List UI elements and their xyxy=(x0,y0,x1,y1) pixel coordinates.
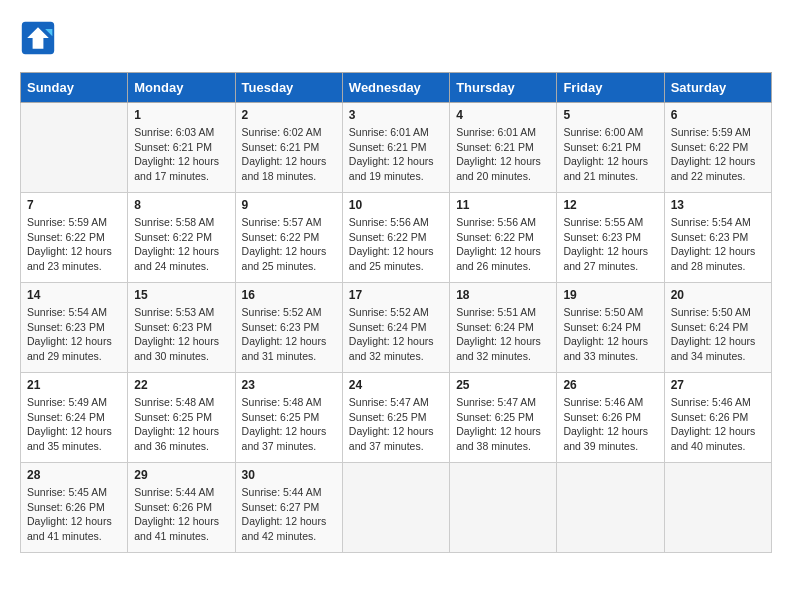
calendar-cell: 24Sunrise: 5:47 AM Sunset: 6:25 PM Dayli… xyxy=(342,373,449,463)
weekday-header-monday: Monday xyxy=(128,73,235,103)
day-info: Sunrise: 5:49 AM Sunset: 6:24 PM Dayligh… xyxy=(27,395,121,454)
day-number: 9 xyxy=(242,198,336,212)
calendar-cell: 7Sunrise: 5:59 AM Sunset: 6:22 PM Daylig… xyxy=(21,193,128,283)
day-number: 23 xyxy=(242,378,336,392)
calendar-cell xyxy=(450,463,557,553)
day-info: Sunrise: 6:01 AM Sunset: 6:21 PM Dayligh… xyxy=(349,125,443,184)
day-info: Sunrise: 5:46 AM Sunset: 6:26 PM Dayligh… xyxy=(671,395,765,454)
day-info: Sunrise: 5:50 AM Sunset: 6:24 PM Dayligh… xyxy=(563,305,657,364)
day-number: 22 xyxy=(134,378,228,392)
day-info: Sunrise: 5:56 AM Sunset: 6:22 PM Dayligh… xyxy=(456,215,550,274)
day-number: 16 xyxy=(242,288,336,302)
day-number: 6 xyxy=(671,108,765,122)
calendar-cell: 30Sunrise: 5:44 AM Sunset: 6:27 PM Dayli… xyxy=(235,463,342,553)
calendar-cell xyxy=(21,103,128,193)
calendar-cell: 10Sunrise: 5:56 AM Sunset: 6:22 PM Dayli… xyxy=(342,193,449,283)
weekday-header-thursday: Thursday xyxy=(450,73,557,103)
day-number: 2 xyxy=(242,108,336,122)
day-number: 1 xyxy=(134,108,228,122)
calendar-cell: 3Sunrise: 6:01 AM Sunset: 6:21 PM Daylig… xyxy=(342,103,449,193)
day-info: Sunrise: 5:57 AM Sunset: 6:22 PM Dayligh… xyxy=(242,215,336,274)
calendar-cell: 18Sunrise: 5:51 AM Sunset: 6:24 PM Dayli… xyxy=(450,283,557,373)
day-info: Sunrise: 5:51 AM Sunset: 6:24 PM Dayligh… xyxy=(456,305,550,364)
day-number: 13 xyxy=(671,198,765,212)
day-number: 7 xyxy=(27,198,121,212)
day-number: 5 xyxy=(563,108,657,122)
day-number: 11 xyxy=(456,198,550,212)
day-info: Sunrise: 5:59 AM Sunset: 6:22 PM Dayligh… xyxy=(671,125,765,184)
calendar-cell xyxy=(557,463,664,553)
day-number: 24 xyxy=(349,378,443,392)
calendar-cell: 15Sunrise: 5:53 AM Sunset: 6:23 PM Dayli… xyxy=(128,283,235,373)
day-number: 12 xyxy=(563,198,657,212)
day-info: Sunrise: 5:55 AM Sunset: 6:23 PM Dayligh… xyxy=(563,215,657,274)
day-info: Sunrise: 5:59 AM Sunset: 6:22 PM Dayligh… xyxy=(27,215,121,274)
day-info: Sunrise: 5:52 AM Sunset: 6:24 PM Dayligh… xyxy=(349,305,443,364)
logo-icon xyxy=(20,20,56,56)
weekday-header-saturday: Saturday xyxy=(664,73,771,103)
calendar-cell: 9Sunrise: 5:57 AM Sunset: 6:22 PM Daylig… xyxy=(235,193,342,283)
calendar-table: SundayMondayTuesdayWednesdayThursdayFrid… xyxy=(20,72,772,553)
calendar-cell: 20Sunrise: 5:50 AM Sunset: 6:24 PM Dayli… xyxy=(664,283,771,373)
day-info: Sunrise: 5:54 AM Sunset: 6:23 PM Dayligh… xyxy=(671,215,765,274)
page-header xyxy=(20,20,772,56)
day-info: Sunrise: 6:01 AM Sunset: 6:21 PM Dayligh… xyxy=(456,125,550,184)
week-row-1: 1Sunrise: 6:03 AM Sunset: 6:21 PM Daylig… xyxy=(21,103,772,193)
logo xyxy=(20,20,60,56)
day-number: 30 xyxy=(242,468,336,482)
day-info: Sunrise: 5:48 AM Sunset: 6:25 PM Dayligh… xyxy=(134,395,228,454)
calendar-cell: 16Sunrise: 5:52 AM Sunset: 6:23 PM Dayli… xyxy=(235,283,342,373)
day-number: 15 xyxy=(134,288,228,302)
day-number: 19 xyxy=(563,288,657,302)
day-number: 4 xyxy=(456,108,550,122)
weekday-header-tuesday: Tuesday xyxy=(235,73,342,103)
day-number: 8 xyxy=(134,198,228,212)
day-number: 27 xyxy=(671,378,765,392)
day-number: 28 xyxy=(27,468,121,482)
calendar-cell: 27Sunrise: 5:46 AM Sunset: 6:26 PM Dayli… xyxy=(664,373,771,463)
day-info: Sunrise: 5:44 AM Sunset: 6:27 PM Dayligh… xyxy=(242,485,336,544)
calendar-cell: 11Sunrise: 5:56 AM Sunset: 6:22 PM Dayli… xyxy=(450,193,557,283)
day-info: Sunrise: 5:56 AM Sunset: 6:22 PM Dayligh… xyxy=(349,215,443,274)
calendar-cell: 14Sunrise: 5:54 AM Sunset: 6:23 PM Dayli… xyxy=(21,283,128,373)
day-number: 21 xyxy=(27,378,121,392)
calendar-cell: 13Sunrise: 5:54 AM Sunset: 6:23 PM Dayli… xyxy=(664,193,771,283)
calendar-cell: 5Sunrise: 6:00 AM Sunset: 6:21 PM Daylig… xyxy=(557,103,664,193)
day-number: 29 xyxy=(134,468,228,482)
calendar-cell: 2Sunrise: 6:02 AM Sunset: 6:21 PM Daylig… xyxy=(235,103,342,193)
day-info: Sunrise: 5:53 AM Sunset: 6:23 PM Dayligh… xyxy=(134,305,228,364)
day-number: 25 xyxy=(456,378,550,392)
calendar-cell xyxy=(664,463,771,553)
day-info: Sunrise: 5:47 AM Sunset: 6:25 PM Dayligh… xyxy=(349,395,443,454)
day-info: Sunrise: 5:47 AM Sunset: 6:25 PM Dayligh… xyxy=(456,395,550,454)
day-number: 20 xyxy=(671,288,765,302)
weekday-header-wednesday: Wednesday xyxy=(342,73,449,103)
week-row-4: 21Sunrise: 5:49 AM Sunset: 6:24 PM Dayli… xyxy=(21,373,772,463)
day-info: Sunrise: 6:00 AM Sunset: 6:21 PM Dayligh… xyxy=(563,125,657,184)
day-number: 3 xyxy=(349,108,443,122)
calendar-cell: 22Sunrise: 5:48 AM Sunset: 6:25 PM Dayli… xyxy=(128,373,235,463)
calendar-cell: 29Sunrise: 5:44 AM Sunset: 6:26 PM Dayli… xyxy=(128,463,235,553)
day-number: 18 xyxy=(456,288,550,302)
day-info: Sunrise: 5:58 AM Sunset: 6:22 PM Dayligh… xyxy=(134,215,228,274)
week-row-3: 14Sunrise: 5:54 AM Sunset: 6:23 PM Dayli… xyxy=(21,283,772,373)
calendar-cell: 23Sunrise: 5:48 AM Sunset: 6:25 PM Dayli… xyxy=(235,373,342,463)
weekday-header-friday: Friday xyxy=(557,73,664,103)
calendar-cell: 6Sunrise: 5:59 AM Sunset: 6:22 PM Daylig… xyxy=(664,103,771,193)
day-info: Sunrise: 5:46 AM Sunset: 6:26 PM Dayligh… xyxy=(563,395,657,454)
day-info: Sunrise: 5:50 AM Sunset: 6:24 PM Dayligh… xyxy=(671,305,765,364)
calendar-cell: 17Sunrise: 5:52 AM Sunset: 6:24 PM Dayli… xyxy=(342,283,449,373)
day-info: Sunrise: 5:44 AM Sunset: 6:26 PM Dayligh… xyxy=(134,485,228,544)
calendar-cell: 1Sunrise: 6:03 AM Sunset: 6:21 PM Daylig… xyxy=(128,103,235,193)
calendar-cell: 4Sunrise: 6:01 AM Sunset: 6:21 PM Daylig… xyxy=(450,103,557,193)
calendar-cell: 12Sunrise: 5:55 AM Sunset: 6:23 PM Dayli… xyxy=(557,193,664,283)
day-number: 10 xyxy=(349,198,443,212)
calendar-cell xyxy=(342,463,449,553)
day-info: Sunrise: 5:54 AM Sunset: 6:23 PM Dayligh… xyxy=(27,305,121,364)
day-info: Sunrise: 5:48 AM Sunset: 6:25 PM Dayligh… xyxy=(242,395,336,454)
calendar-cell: 26Sunrise: 5:46 AM Sunset: 6:26 PM Dayli… xyxy=(557,373,664,463)
day-number: 26 xyxy=(563,378,657,392)
calendar-cell: 28Sunrise: 5:45 AM Sunset: 6:26 PM Dayli… xyxy=(21,463,128,553)
day-info: Sunrise: 5:52 AM Sunset: 6:23 PM Dayligh… xyxy=(242,305,336,364)
week-row-2: 7Sunrise: 5:59 AM Sunset: 6:22 PM Daylig… xyxy=(21,193,772,283)
